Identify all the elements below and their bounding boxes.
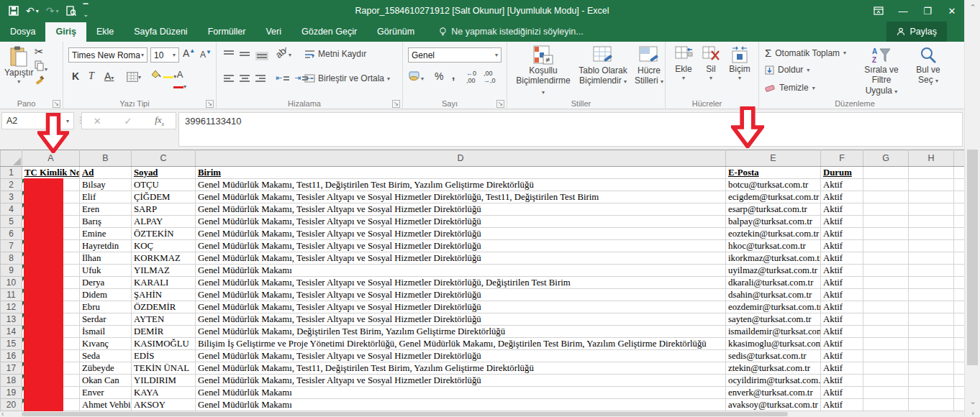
cell-h[interactable] — [909, 265, 954, 277]
row-header-12[interactable]: 12 — [1, 301, 22, 313]
cell-eposta[interactable]: balpay@turksat.com.tr — [726, 216, 821, 228]
cell-g[interactable] — [863, 350, 909, 362]
cell-h[interactable] — [909, 289, 954, 301]
cell-durum[interactable]: Aktif — [821, 240, 863, 252]
cell-soyad[interactable]: AYTEN — [132, 313, 196, 326]
cell-sliver[interactable] — [954, 277, 965, 289]
cell-durum[interactable]: Aktif — [821, 289, 863, 301]
cell-sliver[interactable] — [954, 203, 965, 216]
cell-ad[interactable]: Bilsay — [80, 179, 132, 191]
tab-dosya[interactable]: Dosya — [0, 22, 45, 42]
cell-ad[interactable]: Didem — [80, 289, 132, 301]
clear-button[interactable]: Temizle▾ — [765, 83, 815, 93]
header-durum[interactable]: Durum — [821, 167, 863, 179]
hizalama-dialog-launcher-icon[interactable]: ↘ — [392, 100, 400, 108]
header-birim[interactable]: Birim — [196, 167, 726, 179]
cell-soyad[interactable]: KASIMOĞLU — [132, 338, 196, 350]
cell-soyad[interactable]: ÇİĞDEM — [132, 191, 196, 203]
shrink-font-icon[interactable]: A▼ — [200, 49, 212, 60]
cell-eposta[interactable]: kkasimoglu@turksat.com.tr — [726, 338, 821, 350]
align-middle-icon[interactable] — [240, 50, 250, 58]
column-header-F[interactable]: F — [821, 150, 863, 167]
row-header-10[interactable]: 10 — [1, 277, 22, 289]
vertical-scrollbar[interactable]: ⌃ ⌄ › — [964, 0, 980, 417]
column-header-H[interactable]: H — [909, 150, 954, 167]
cell-durum[interactable]: Aktif — [821, 179, 863, 191]
font-size-input[interactable]: 10▾ — [150, 47, 179, 63]
cell-h[interactable] — [909, 338, 954, 350]
cell-durum[interactable]: Aktif — [821, 265, 863, 277]
scroll-left-icon[interactable]: ‹ — [1, 410, 4, 417]
column-header-B[interactable]: B — [80, 150, 132, 167]
cell-ad[interactable]: Barış — [80, 216, 132, 228]
cell-h[interactable] — [909, 326, 954, 338]
cell-h[interactable] — [909, 191, 954, 203]
cell-soyad[interactable]: DEMİR — [132, 326, 196, 338]
cell-eposta[interactable]: avaksoy@turksat.com.tr — [726, 399, 821, 411]
cell-durum[interactable]: Aktif — [821, 338, 863, 350]
row-header-16[interactable]: 16 — [1, 350, 22, 362]
italic-button[interactable]: T — [89, 70, 94, 82]
cell-eposta[interactable]: dkarali@turksat.com.tr — [726, 277, 821, 289]
cell-sliver[interactable] — [954, 313, 965, 326]
cell-durum[interactable]: Aktif — [821, 350, 863, 362]
paste-button[interactable]: Yapıştır▾ — [4, 46, 33, 86]
vertical-scrollbar-thumb[interactable] — [967, 150, 978, 365]
cell-g[interactable] — [863, 179, 909, 191]
column-header-C[interactable]: C — [132, 150, 196, 167]
cell-eposta[interactable]: enverk@turksat.com.tr — [726, 387, 821, 399]
copy-icon[interactable]: ▾ — [35, 60, 47, 73]
cell-eposta[interactable]: ismaildemir@turksat.com.tr — [726, 326, 821, 338]
fill-button[interactable]: Doldur▾ — [765, 65, 809, 75]
cell-g[interactable] — [863, 326, 909, 338]
cell-durum[interactable]: Aktif — [821, 216, 863, 228]
cell-sliver[interactable] — [954, 216, 965, 228]
format-painter-icon[interactable] — [35, 75, 45, 87]
select-all-button[interactable] — [1, 150, 22, 167]
restore-icon[interactable]: ❐ — [915, 0, 940, 22]
decrease-indent-icon[interactable]: ⇤ — [276, 73, 289, 83]
cell-birim[interactable]: Genel Müdürlük Makamı, Tesisler Altyapı … — [196, 277, 726, 289]
cell-ad[interactable]: Derya — [80, 277, 132, 289]
cell-durum[interactable]: Aktif — [821, 228, 863, 240]
row-header-14[interactable]: 14 — [1, 326, 22, 338]
tab-giris[interactable]: Giriş — [45, 22, 86, 42]
insert-function-icon[interactable]: fxx — [155, 114, 164, 127]
cell-eposta[interactable]: ecigdem@turksat.com.tr — [726, 191, 821, 203]
cell-ad[interactable]: Kıvanç — [80, 338, 132, 350]
autosum-button[interactable]: Σ Otomatik Toplam▾ — [765, 47, 846, 59]
font-color-icon[interactable]: A▾ — [173, 69, 186, 91]
cell-sliver[interactable] — [954, 375, 965, 387]
cell-h[interactable] — [909, 313, 954, 326]
decrease-decimal-icon[interactable]: ,00→,0 — [484, 70, 496, 85]
column-header-D[interactable]: D — [196, 150, 726, 167]
cell-eposta[interactable]: botcu@turksat.com.tr — [726, 179, 821, 191]
cell-ad[interactable]: Ebru — [80, 301, 132, 313]
tab-ekle[interactable]: Ekle — [86, 22, 124, 42]
cell-sliver[interactable] — [954, 399, 965, 411]
format-cells-button[interactable]: Biçim▾ — [726, 45, 753, 82]
cell-sliver[interactable] — [954, 265, 965, 277]
cell-ad[interactable]: İlhan — [80, 252, 132, 265]
header-tc[interactable]: TC Kimlik No — [22, 167, 80, 179]
cell-g[interactable] — [863, 203, 909, 216]
cell-eposta[interactable]: esarp@turksat.com.tr — [726, 203, 821, 216]
tab-gorunum[interactable]: Görünüm — [367, 22, 425, 42]
align-bottom-icon[interactable] — [255, 52, 268, 60]
cell-birim[interactable]: Genel Müdürlük Makamı, Tesisler Altyapı … — [196, 350, 726, 362]
cut-icon[interactable]: ✂ — [35, 45, 44, 58]
cell-g[interactable] — [863, 240, 909, 252]
bold-button[interactable]: K — [72, 70, 79, 82]
yazi-tipi-dialog-launcher-icon[interactable]: ↘ — [206, 100, 214, 108]
cell-soyad[interactable]: OTÇU — [132, 179, 196, 191]
cell-eposta[interactable]: eozdemir@turksat.com.tr — [726, 301, 821, 313]
cell-durum[interactable]: Aktif — [821, 375, 863, 387]
cell-sliver[interactable] — [954, 362, 965, 375]
cell-durum[interactable]: Aktif — [821, 252, 863, 265]
cell-durum[interactable]: Aktif — [821, 277, 863, 289]
cell-durum[interactable]: Aktif — [821, 387, 863, 399]
row-header-3[interactable]: 3 — [1, 191, 22, 203]
tab-formuller[interactable]: Formüller — [198, 22, 256, 42]
find-select-button[interactable]: Bul veSeç ▾ — [912, 46, 945, 86]
font-name-input[interactable]: Times New Roma▾ — [68, 47, 148, 63]
